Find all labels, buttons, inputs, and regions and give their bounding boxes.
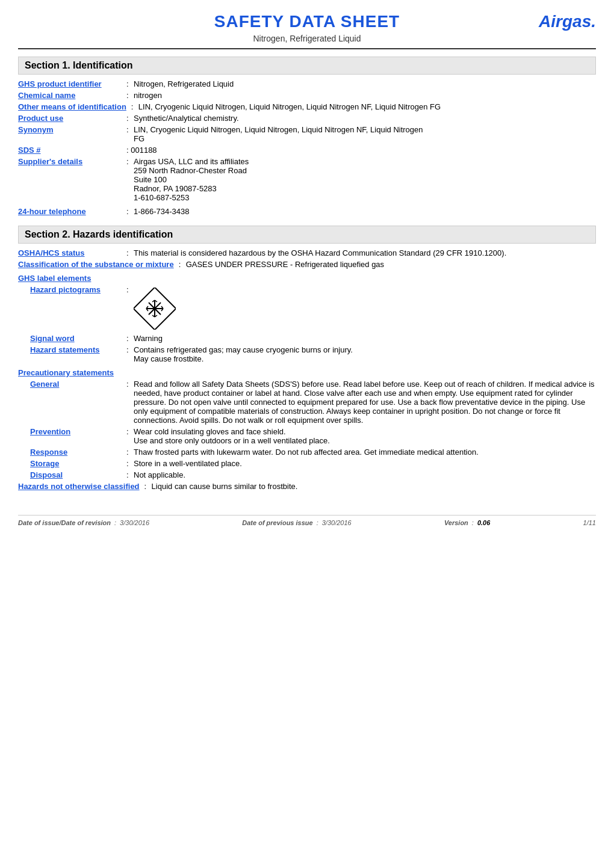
prevention-label: Prevention bbox=[30, 427, 126, 436]
classification-label: Classification of the substance or mixtu… bbox=[18, 260, 179, 269]
telephone-value: 1-866-734-3438 bbox=[134, 207, 596, 216]
sds-row: SDS # : 001188 bbox=[18, 146, 596, 155]
product-use-row: Product use : Synthetic/Analytical chemi… bbox=[18, 114, 596, 123]
response-label: Response bbox=[30, 448, 126, 457]
chemical-name-value: nitrogen bbox=[134, 91, 596, 100]
synonym-row: Synonym : LIN, Cryogenic Liquid Nitrogen… bbox=[18, 125, 596, 143]
ghs-product-identifier-label: GHS product identifier bbox=[18, 79, 126, 88]
prevention-value: Wear cold insulating gloves and face shi… bbox=[134, 427, 596, 445]
general-row: General : Read and follow all Safety Dat… bbox=[18, 380, 596, 425]
issue-value: 3/30/2016 bbox=[120, 519, 149, 526]
page-header: Airgas. SAFETY DATA SHEET Nitrogen, Refr… bbox=[18, 12, 596, 43]
section-1-header: Section 1. Identification bbox=[18, 57, 596, 75]
page-number: 1/11 bbox=[583, 519, 596, 526]
page-footer: Date of issue/Date of revision : 3/30/20… bbox=[18, 515, 596, 526]
osha-row: OSHA/HCS status : This material is consi… bbox=[18, 248, 596, 257]
main-divider bbox=[18, 48, 596, 49]
classification-value: GASES UNDER PRESSURE - Refrigerated liqu… bbox=[186, 260, 596, 269]
general-label: General bbox=[30, 380, 126, 389]
airgas-logo: Airgas. bbox=[539, 12, 596, 31]
hazard-pictograms-value bbox=[134, 285, 596, 331]
hazard-pictograms-label: Hazard pictograms bbox=[30, 285, 126, 294]
supplier-row: Supplier's details : Airgas USA, LLC and… bbox=[18, 157, 596, 202]
chemical-name-row: Chemical name : nitrogen bbox=[18, 91, 596, 100]
signal-word-label: Signal word bbox=[30, 334, 126, 343]
hazards-not-otherwise-value: Liquid can cause burns similar to frostb… bbox=[152, 482, 596, 491]
response-value: Thaw frosted parts with lukewarm water. … bbox=[134, 448, 596, 457]
footer-version: Version : 0.06 bbox=[444, 519, 490, 526]
diamond-pictogram bbox=[134, 288, 176, 330]
version-value: 0.06 bbox=[477, 519, 490, 526]
other-means-label: Other means of identification bbox=[18, 102, 131, 111]
disposal-row: Disposal : Not applicable. bbox=[18, 470, 596, 479]
hazard-statements-row: Hazard statements : Contains refrigerate… bbox=[18, 345, 596, 363]
response-row: Response : Thaw frosted parts with lukew… bbox=[18, 448, 596, 457]
hazard-statements-label: Hazard statements bbox=[30, 345, 126, 354]
synonym-label: Synonym bbox=[18, 125, 126, 134]
prevention-row: Prevention : Wear cold insulating gloves… bbox=[18, 427, 596, 445]
section-1: Section 1. Identification GHS product id… bbox=[18, 57, 596, 216]
version-colon: : bbox=[472, 519, 474, 526]
storage-value: Store in a well-ventilated place. bbox=[134, 459, 596, 468]
other-means-value: LIN, Cryogenic Liquid Nitrogen, Liquid N… bbox=[138, 102, 596, 111]
telephone-label: 24-hour telephone bbox=[18, 207, 126, 216]
other-means-row: Other means of identification : LIN, Cry… bbox=[18, 102, 596, 111]
hazards-not-otherwise-label: Hazards not otherwise classified bbox=[18, 482, 144, 491]
disposal-value: Not applicable. bbox=[134, 470, 596, 479]
synonym-value: LIN, Cryogenic Liquid Nitrogen, Liquid N… bbox=[134, 125, 596, 143]
osha-value: This material is considered hazardous by… bbox=[134, 248, 596, 257]
issue-colon: : bbox=[114, 519, 116, 526]
storage-row: Storage : Store in a well-ventilated pla… bbox=[18, 459, 596, 468]
page-title: SAFETY DATA SHEET bbox=[18, 12, 596, 31]
product-use-label: Product use bbox=[18, 114, 126, 123]
previous-label: Date of previous issue bbox=[242, 519, 312, 526]
hazard-statements-value: Contains refrigerated gas; may cause cry… bbox=[134, 345, 596, 363]
precautionary-header: Precautionary statements bbox=[18, 368, 596, 377]
sds-label: SDS # bbox=[18, 146, 126, 155]
supplier-label: Supplier's details bbox=[18, 157, 126, 166]
disposal-label: Disposal bbox=[30, 470, 126, 479]
chemical-name-label: Chemical name bbox=[18, 91, 126, 100]
footer-issue: Date of issue/Date of revision : 3/30/20… bbox=[18, 519, 149, 526]
version-label: Version bbox=[444, 519, 468, 526]
previous-value: 3/30/2016 bbox=[322, 519, 352, 526]
general-value: Read and follow all Safety Data Sheets (… bbox=[134, 380, 596, 425]
osha-label: OSHA/HCS status bbox=[18, 248, 126, 257]
signal-word-value: Warning bbox=[134, 334, 596, 343]
previous-colon: : bbox=[317, 519, 318, 526]
section-2: Section 2. Hazards identification OSHA/H… bbox=[18, 226, 596, 491]
supplier-value: Airgas USA, LLC and its affiliates 259 N… bbox=[134, 157, 596, 202]
issue-label: Date of issue/Date of revision bbox=[18, 519, 111, 526]
ghs-product-identifier-value: Nitrogen, Refrigerated Liquid bbox=[134, 79, 596, 88]
hazard-pictograms-row: Hazard pictograms : bbox=[18, 285, 596, 331]
section-2-header: Section 2. Hazards identification bbox=[18, 226, 596, 244]
telephone-row: 24-hour telephone : 1-866-734-3438 bbox=[18, 207, 596, 216]
signal-word-row: Signal word : Warning bbox=[18, 334, 596, 343]
ghs-label-elements-header: GHS label elements bbox=[18, 274, 596, 283]
sds-value: : 001188 bbox=[126, 146, 596, 155]
hazards-not-otherwise-row: Hazards not otherwise classified : Liqui… bbox=[18, 482, 596, 491]
ghs-product-identifier-row: GHS product identifier : Nitrogen, Refri… bbox=[18, 79, 596, 88]
page-subtitle: Nitrogen, Refrigerated Liquid bbox=[18, 34, 596, 43]
product-use-value: Synthetic/Analytical chemistry. bbox=[134, 114, 596, 123]
classification-row: Classification of the substance or mixtu… bbox=[18, 260, 596, 269]
storage-label: Storage bbox=[30, 459, 126, 468]
footer-previous: Date of previous issue : 3/30/2016 bbox=[242, 519, 351, 526]
